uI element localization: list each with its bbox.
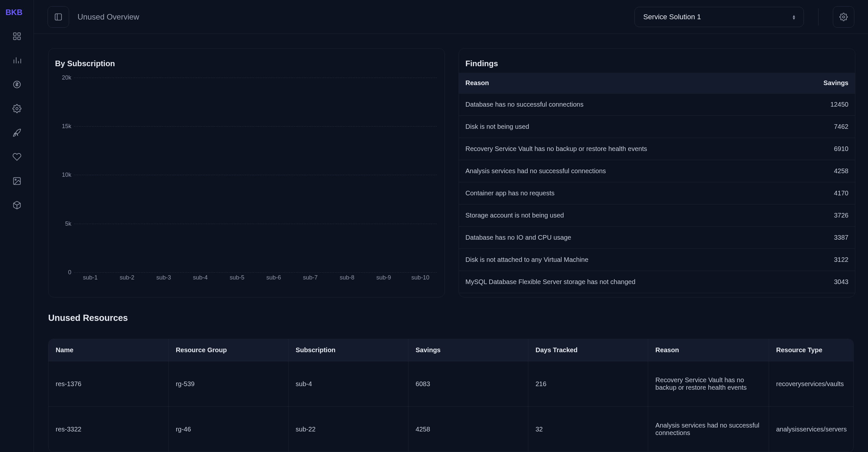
ur-col-reason: Reason	[648, 339, 769, 361]
findings-row[interactable]: Recovery Service Vault has no backup or …	[459, 138, 855, 160]
ur-col-rtype: Resource Type	[769, 339, 854, 361]
ur-col-savings: Savings	[408, 339, 528, 361]
findings-row[interactable]: Disk is not attached to any Virtual Mach…	[459, 249, 855, 271]
findings-col-savings: Savings	[790, 73, 855, 93]
ur-cell-rg: rg-46	[168, 407, 288, 452]
table-row[interactable]: res-3322rg-46sub-22425832Analysis servic…	[49, 407, 854, 452]
findings-row[interactable]: Database has no IO and CPU usage3387	[459, 227, 855, 249]
nav-dashboard-icon[interactable]	[12, 31, 22, 41]
svg-point-11	[843, 16, 845, 18]
svg-text:BKB: BKB	[5, 8, 23, 17]
findings-cell-reason: Disk is not being used	[459, 116, 790, 138]
ur-col-days: Days Tracked	[528, 339, 648, 361]
findings-cell-reason: Disk is not attached to any Virtual Mach…	[459, 249, 790, 271]
ur-cell-savings: 6083	[408, 361, 528, 407]
findings-cell-savings: 3726	[790, 204, 855, 227]
nav-gear-icon[interactable]	[12, 104, 22, 113]
service-selector[interactable]: Service Solution 1 ▴▾	[634, 7, 804, 27]
ur-cell-name: res-1376	[49, 361, 168, 407]
findings-row[interactable]: Database has no successful connections12…	[459, 93, 855, 116]
findings-cell-savings: 3122	[790, 249, 855, 271]
svg-rect-9	[55, 14, 62, 20]
nav-analytics-icon[interactable]	[12, 55, 22, 65]
chart-xtick-label: sub-1	[75, 274, 105, 281]
findings-cell-savings: 4170	[790, 182, 855, 204]
findings-row[interactable]: MySQL Database Flexible Server storage h…	[459, 271, 855, 293]
findings-cell-reason: MySQL Database Flexible Server storage h…	[459, 271, 790, 293]
svg-rect-2	[18, 33, 20, 35]
svg-rect-1	[13, 33, 16, 35]
ur-col-rg: Resource Group	[168, 339, 288, 361]
findings-table: Reason Savings Database has no successfu…	[459, 73, 855, 293]
findings-col-reason: Reason	[459, 73, 790, 93]
app-logo[interactable]: BKB	[5, 8, 28, 17]
chart-xtick-label: sub-8	[332, 274, 362, 281]
chart-xtick-label: sub-9	[369, 274, 399, 281]
findings-cell-reason: Recovery Service Vault has no backup or …	[459, 138, 790, 160]
toggle-sidebar-button[interactable]	[48, 6, 69, 28]
divider	[818, 8, 818, 25]
chart-ytick-label: 15k	[56, 123, 71, 130]
ur-cell-reason: Analysis services had no successful conn…	[648, 407, 769, 452]
ur-col-name: Name	[49, 339, 168, 361]
ur-cell-days: 32	[528, 407, 648, 452]
ur-cell-rtype: analysisservices/servers	[769, 407, 854, 452]
page-title: Unused Overview	[78, 12, 139, 22]
ur-cell-reason: Recovery Service Vault has no backup or …	[648, 361, 769, 407]
nav-box-icon[interactable]	[12, 200, 22, 210]
service-selector-value: Service Solution 1	[643, 13, 701, 21]
findings-row[interactable]: Storage account is not being used3726	[459, 204, 855, 227]
unused-resources-table: Name Resource Group Subscription Savings…	[49, 339, 854, 452]
svg-point-6	[16, 108, 18, 110]
findings-cell-reason: Analysis services had no successful conn…	[459, 160, 790, 182]
svg-rect-4	[18, 37, 20, 39]
chart-xtick-label: sub-5	[222, 274, 252, 281]
settings-button[interactable]	[833, 6, 854, 28]
by-subscription-card: By Subscription 05k10k15k20k sub-1sub-2s…	[48, 48, 445, 298]
chart-ytick-label: 20k	[56, 74, 71, 81]
findings-table-scroll[interactable]: Reason Savings Database has no successfu…	[459, 73, 855, 297]
findings-cell-savings: 3387	[790, 227, 855, 249]
findings-row[interactable]: Disk is not being used7462	[459, 116, 855, 138]
chart-xtick-label: sub-6	[258, 274, 289, 281]
left-nav-rail: BKB	[0, 0, 34, 452]
findings-card: Findings Reason Savings Database has no …	[459, 48, 855, 298]
findings-cell-reason: Database has no IO and CPU usage	[459, 227, 790, 249]
unused-resources-title: Unused Resources	[48, 313, 854, 323]
chevron-updown-icon: ▴▾	[793, 15, 795, 20]
ur-cell-rtype: recoveryservices/vaults	[769, 361, 854, 407]
findings-row[interactable]: Container app has no requests4170	[459, 182, 855, 204]
unused-resources-table-wrap: Name Resource Group Subscription Savings…	[48, 339, 854, 452]
chart-ytick-label: 10k	[56, 172, 71, 178]
chart-xtick-label: sub-10	[405, 274, 435, 281]
ur-cell-savings: 4258	[408, 407, 528, 452]
findings-cell-savings: 4258	[790, 160, 855, 182]
findings-row[interactable]: Analysis services had no successful conn…	[459, 160, 855, 182]
subscription-chart: 05k10k15k20k sub-1sub-2sub-3sub-4sub-5su…	[49, 73, 444, 297]
svg-rect-3	[13, 37, 16, 39]
by-subscription-title: By Subscription	[49, 49, 444, 73]
nav-cost-icon[interactable]	[12, 80, 22, 89]
findings-cell-reason: Database has no successful connections	[459, 93, 790, 116]
findings-cell-savings: 3043	[790, 271, 855, 293]
findings-cell-savings: 6910	[790, 138, 855, 160]
chart-xtick-label: sub-7	[296, 274, 326, 281]
chart-gridline	[74, 272, 437, 273]
chart-ytick-label: 5k	[56, 220, 71, 227]
chart-xtick-label: sub-2	[112, 274, 142, 281]
ur-cell-sub: sub-22	[288, 407, 408, 452]
chart-xtick-label: sub-3	[149, 274, 179, 281]
findings-cell-savings: 12450	[790, 93, 855, 116]
nav-heart-icon[interactable]	[12, 152, 22, 162]
table-row[interactable]: res-1376rg-539sub-46083216Recovery Servi…	[49, 361, 854, 407]
main-content: By Subscription 05k10k15k20k sub-1sub-2s…	[34, 34, 868, 452]
ur-cell-sub: sub-4	[288, 361, 408, 407]
svg-point-8	[15, 179, 16, 180]
ur-col-sub: Subscription	[288, 339, 408, 361]
nav-image-icon[interactable]	[12, 176, 22, 186]
ur-cell-rg: rg-539	[168, 361, 288, 407]
chart-ytick-label: 0	[56, 269, 71, 276]
findings-cell-reason: Storage account is not being used	[459, 204, 790, 227]
findings-cell-reason: Container app has no requests	[459, 182, 790, 204]
nav-rocket-icon[interactable]	[12, 128, 22, 138]
